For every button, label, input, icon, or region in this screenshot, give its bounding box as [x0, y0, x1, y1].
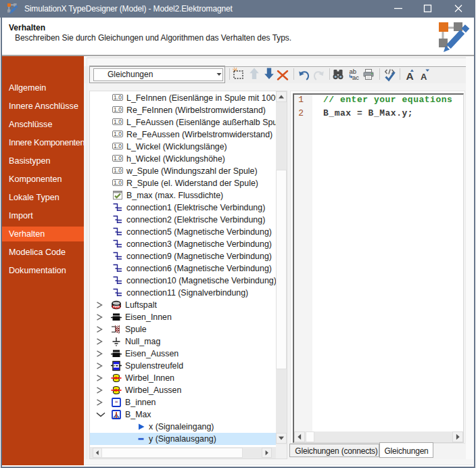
svg-text:1.0: 1.0 — [114, 179, 122, 186]
svg-text:1.0: 1.0 — [114, 143, 122, 149]
svg-text:1.0: 1.0 — [114, 167, 122, 174]
svg-text:1.0: 1.0 — [114, 155, 122, 162]
svg-text:1.0: 1.0 — [114, 131, 122, 137]
svg-text:A: A — [421, 72, 427, 82]
svg-text:ac: ac — [352, 74, 359, 81]
svg-text:1.0: 1.0 — [114, 106, 122, 113]
svg-text:1.0: 1.0 — [114, 118, 122, 125]
svg-text:1.0: 1.0 — [114, 94, 122, 101]
